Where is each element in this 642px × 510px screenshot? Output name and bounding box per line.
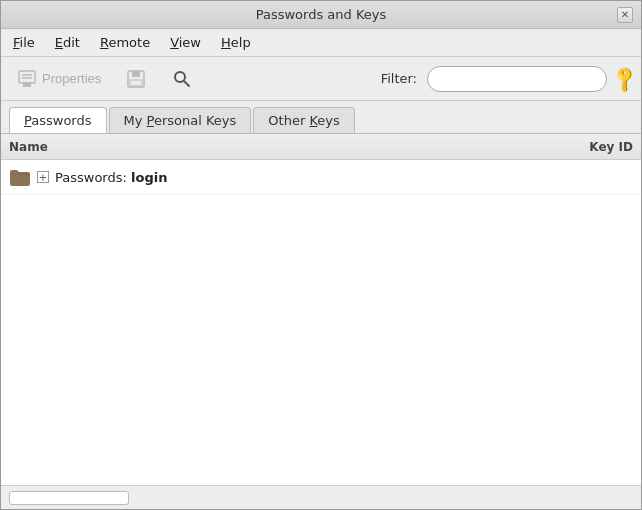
properties-label: Properties <box>42 71 101 86</box>
menu-edit[interactable]: Edit <box>47 32 88 53</box>
close-button[interactable]: ✕ <box>617 7 633 23</box>
menu-help[interactable]: Help <box>213 32 259 53</box>
main-window: Passwords and Keys ✕ File Edit Remote Vi… <box>0 0 642 510</box>
statusbar <box>1 485 641 509</box>
expand-button[interactable]: + <box>37 171 49 183</box>
menubar: File Edit Remote View Help <box>1 29 641 57</box>
row-label: Passwords: login <box>55 170 627 185</box>
svg-rect-3 <box>23 82 31 87</box>
svg-line-8 <box>184 81 189 86</box>
menu-file[interactable]: File <box>5 32 43 53</box>
content-area: Name Key ID + Passwords: login <box>1 133 641 485</box>
search-button[interactable] <box>162 63 202 95</box>
key-icon: 🔑 <box>609 63 639 93</box>
list-area: + Passwords: login <box>1 160 641 485</box>
properties-icon <box>16 68 38 90</box>
folder-icon <box>9 166 31 188</box>
toolbar: Properties Filter: <box>1 57 641 101</box>
tab-passwords[interactable]: Passwords <box>9 107 107 133</box>
filter-label: Filter: <box>381 71 417 86</box>
progress-bar <box>9 491 129 505</box>
row-label-bold: login <box>131 170 167 185</box>
tab-other-keys[interactable]: Other Keys <box>253 107 354 133</box>
column-keyid: Key ID <box>589 140 633 154</box>
save-button[interactable] <box>116 63 156 95</box>
search-icon <box>171 68 193 90</box>
save-icon <box>125 68 147 90</box>
properties-button[interactable]: Properties <box>7 63 110 95</box>
menu-remote[interactable]: Remote <box>92 32 158 53</box>
svg-rect-6 <box>130 80 142 86</box>
column-name: Name <box>9 140 589 154</box>
filter-input[interactable] <box>440 71 608 86</box>
tab-my-personal-keys[interactable]: My Personal Keys <box>109 107 252 133</box>
column-headers: Name Key ID <box>1 134 641 160</box>
svg-rect-5 <box>132 71 140 77</box>
row-label-text: Passwords: <box>55 170 131 185</box>
tab-bar: Passwords My Personal Keys Other Keys <box>1 101 641 133</box>
svg-rect-0 <box>19 71 35 83</box>
filter-wrapper <box>427 66 607 92</box>
clear-filter-button[interactable]: 🔑 <box>613 68 635 89</box>
titlebar: Passwords and Keys ✕ <box>1 1 641 29</box>
menu-view[interactable]: View <box>162 32 209 53</box>
table-row[interactable]: + Passwords: login <box>1 160 641 195</box>
window-title: Passwords and Keys <box>256 7 387 22</box>
